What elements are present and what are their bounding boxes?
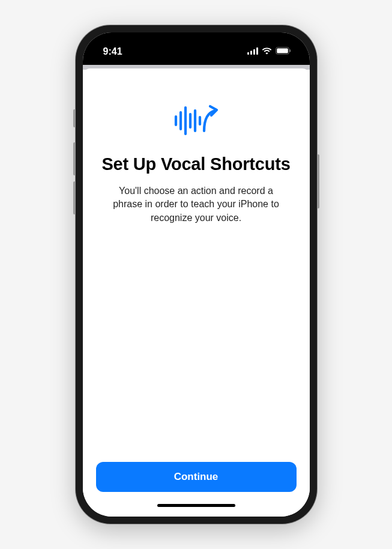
wifi-icon: [262, 46, 272, 57]
volume-up-button: [73, 142, 76, 175]
page-description: You'll choose an action and record a phr…: [103, 184, 289, 225]
power-button: [317, 154, 319, 208]
setup-sheet: Set Up Vocal Shortcuts You'll choose an …: [83, 68, 310, 517]
silence-switch: [73, 109, 76, 127]
continue-button[interactable]: Continue: [96, 462, 297, 492]
status-indicators: [247, 46, 292, 57]
home-indicator[interactable]: [157, 504, 235, 507]
svg-rect-5: [277, 49, 288, 53]
screen: 9:41: [83, 32, 310, 517]
status-time: 9:41: [103, 46, 122, 57]
svg-rect-2: [253, 49, 255, 55]
iphone-frame: 9:41: [76, 25, 317, 524]
svg-rect-0: [247, 52, 249, 55]
svg-rect-6: [289, 49, 291, 52]
volume-down-button: [73, 181, 76, 214]
svg-rect-1: [250, 51, 252, 55]
page-title: Set Up Vocal Shortcuts: [101, 154, 290, 175]
vocal-shortcuts-icon: [173, 105, 219, 139]
svg-rect-3: [256, 47, 258, 55]
battery-icon: [276, 46, 292, 57]
dynamic-island: [163, 41, 229, 60]
cellular-icon: [247, 46, 258, 57]
